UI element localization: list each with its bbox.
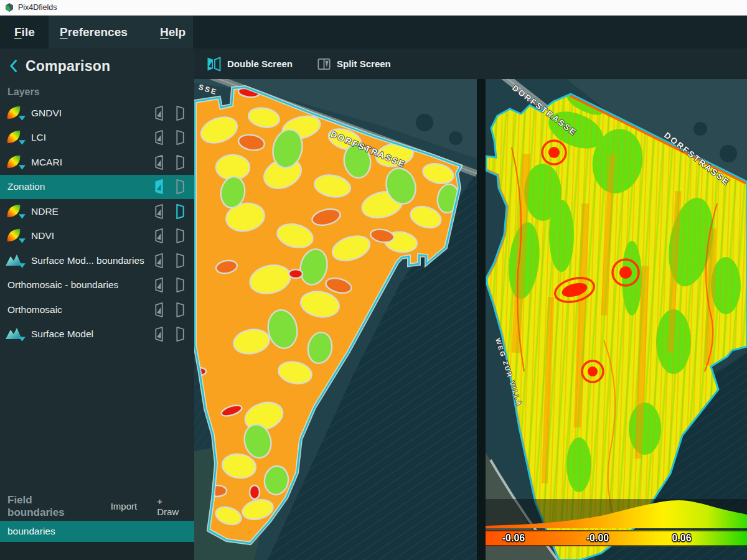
page-title: Comparison bbox=[26, 58, 110, 75]
split-screen-button[interactable]: Split Screen bbox=[316, 56, 391, 72]
left-screen-toggle[interactable] bbox=[154, 154, 164, 170]
layer-label: Surface Model bbox=[31, 329, 93, 340]
split-screen-icon bbox=[316, 56, 332, 72]
boundaries-item[interactable]: boundaries bbox=[0, 521, 194, 542]
pix4d-logo-icon bbox=[4, 2, 14, 12]
chevron-down-icon[interactable] bbox=[18, 115, 26, 121]
left-screen-toggle[interactable] bbox=[154, 326, 164, 342]
double-screen-icon bbox=[205, 56, 222, 72]
right-screen-toggle[interactable] bbox=[175, 302, 186, 318]
map-panel-right[interactable]: DORFSTRASSE DORFSTRASSE WEG ZUR VILLA bbox=[486, 79, 747, 560]
menu-help[interactable]: Help bbox=[160, 16, 186, 49]
chevron-down-icon[interactable] bbox=[18, 238, 26, 244]
menu-bar: File Preferences Help bbox=[0, 16, 747, 49]
layer-label: Orthomosaic bbox=[7, 304, 62, 315]
layer-label: NDRE bbox=[31, 206, 59, 217]
right-screen-toggle[interactable] bbox=[175, 179, 186, 195]
layer-row-surface-model-boundaries[interactable]: Surface Mod... boundaries bbox=[0, 248, 194, 273]
view-toolbar: Double Screen Split Screen bbox=[194, 49, 747, 79]
legend-tick-min: -0.06 bbox=[502, 533, 525, 544]
layer-row-zonation[interactable]: Zonation bbox=[0, 175, 194, 200]
chevron-down-icon[interactable] bbox=[18, 213, 26, 220]
double-screen-button[interactable]: Double Screen bbox=[205, 56, 293, 72]
left-screen-toggle[interactable] bbox=[154, 129, 164, 146]
surface-model-icon bbox=[5, 325, 31, 343]
left-screen-toggle[interactable] bbox=[154, 179, 164, 195]
layer-row-ndvi[interactable]: NDVI bbox=[0, 224, 194, 249]
split-screen-label: Split Screen bbox=[337, 58, 391, 69]
layers-header: Layers bbox=[0, 83, 194, 101]
layer-row-gndvi[interactable]: GNDVI bbox=[0, 101, 194, 126]
right-screen-toggle[interactable] bbox=[175, 253, 186, 269]
title-bar: Pix4Dfields bbox=[0, 0, 747, 16]
vegetation-index-icon bbox=[5, 153, 31, 172]
left-screen-toggle[interactable] bbox=[154, 105, 164, 121]
layer-label: NDVI bbox=[31, 230, 54, 241]
vegetation-index-icon bbox=[5, 128, 31, 147]
layer-row-orthomosaic[interactable]: Orthomosaic bbox=[0, 297, 194, 322]
layer-row-mcari[interactable]: MCARI bbox=[0, 150, 194, 175]
right-screen-toggle[interactable] bbox=[175, 228, 186, 244]
menu-file[interactable]: File bbox=[14, 16, 35, 49]
right-screen-toggle[interactable] bbox=[175, 154, 186, 170]
layer-label: Zonation bbox=[7, 181, 45, 192]
left-screen-toggle[interactable] bbox=[154, 277, 164, 293]
left-screen-toggle[interactable] bbox=[154, 203, 164, 220]
comparison-header: Comparison bbox=[0, 49, 194, 83]
left-screen-toggle[interactable] bbox=[154, 302, 164, 318]
chevron-down-icon[interactable] bbox=[18, 336, 26, 342]
legend-tick-max: 0.06 bbox=[672, 533, 691, 544]
chevron-down-icon[interactable] bbox=[18, 263, 26, 269]
right-screen-toggle[interactable] bbox=[175, 129, 186, 146]
double-screen-label: Double Screen bbox=[227, 58, 293, 69]
right-screen-toggle[interactable] bbox=[175, 203, 186, 220]
layer-row-ndre[interactable]: NDRE bbox=[0, 199, 194, 224]
layer-label: MCARI bbox=[31, 157, 62, 168]
sidebar: Comparison Layers GNDVI bbox=[0, 49, 194, 560]
zonation-map: SSE DORFSTRASSE bbox=[194, 79, 477, 560]
legend-tick-mid: -0.00 bbox=[586, 533, 609, 544]
chevron-down-icon[interactable] bbox=[18, 139, 26, 146]
layer-row-orthomosaic-boundaries[interactable]: Orthomosaic - boundaries bbox=[0, 273, 194, 298]
layer-label: Surface Mod... boundaries bbox=[31, 255, 144, 266]
chevron-left-icon bbox=[9, 59, 18, 73]
field-boundaries-header: Field boundaries Import + Draw bbox=[0, 492, 194, 521]
layer-row-lci[interactable]: LCI bbox=[0, 126, 194, 151]
surface-model-icon bbox=[5, 251, 31, 270]
layers-list: GNDVI LCI bbox=[0, 101, 194, 347]
layer-label: LCI bbox=[31, 132, 46, 143]
ndre-map: DORFSTRASSE DORFSTRASSE WEG ZUR VILLA bbox=[486, 79, 747, 560]
field-boundaries-title: Field boundaries bbox=[7, 494, 92, 519]
window-title: Pix4Dfields bbox=[18, 3, 57, 12]
vegetation-index-icon bbox=[5, 104, 31, 123]
right-screen-toggle[interactable] bbox=[175, 277, 186, 293]
layer-row-surface-model[interactable]: Surface Model bbox=[0, 322, 194, 347]
right-screen-toggle[interactable] bbox=[175, 326, 186, 342]
legend-colorbar: -0.06 -0.00 0.06 bbox=[486, 530, 747, 546]
back-button[interactable] bbox=[9, 59, 20, 73]
draw-button[interactable]: + Draw bbox=[157, 496, 187, 517]
import-button[interactable]: Import bbox=[111, 501, 138, 511]
sidebar-footer bbox=[0, 542, 194, 560]
menu-preferences[interactable]: Preferences bbox=[60, 16, 128, 49]
vegetation-index-icon bbox=[5, 202, 31, 221]
vegetation-index-icon bbox=[5, 226, 31, 245]
left-screen-toggle[interactable] bbox=[154, 228, 164, 244]
chevron-down-icon[interactable] bbox=[18, 164, 26, 170]
app-window: Pix4Dfields File Preferences Help Compar… bbox=[0, 0, 747, 560]
histogram-overlay bbox=[486, 499, 747, 528]
comparison-maps: SSE DORFSTRASSE bbox=[194, 79, 747, 560]
histogram-curve bbox=[486, 499, 747, 528]
layer-label: GNDVI bbox=[31, 108, 62, 119]
map-divider bbox=[477, 79, 486, 560]
layer-label: Orthomosaic - boundaries bbox=[7, 279, 118, 291]
right-screen-toggle[interactable] bbox=[175, 105, 186, 121]
left-screen-toggle[interactable] bbox=[154, 253, 164, 269]
map-panel-left[interactable]: SSE DORFSTRASSE bbox=[194, 79, 477, 560]
